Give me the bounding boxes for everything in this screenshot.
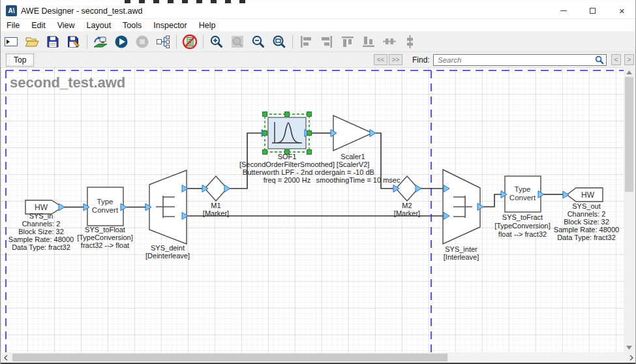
profiling-disabled-icon <box>182 34 198 50</box>
svg-text:SYS_deint: SYS_deint <box>151 244 185 252</box>
scroll-up-arrow[interactable] <box>624 67 635 77</box>
svg-text:freq = 2000 Hz: freq = 2000 Hz <box>264 176 310 184</box>
propagate-changes-button[interactable] <box>153 33 173 51</box>
history-back-button[interactable]: << <box>374 54 387 65</box>
menu-edit[interactable]: Edit <box>25 20 52 31</box>
output-pin[interactable] <box>224 185 230 192</box>
svg-text:Channels: 2: Channels: 2 <box>22 220 61 228</box>
page-prev-button[interactable]: < <box>611 54 621 65</box>
page-next-button[interactable]: > <box>624 54 634 65</box>
block-caption-sys-in: SYS_in Channels: 2 Block Size: 32 Sample… <box>8 212 74 251</box>
block-sys-toFract[interactable]: Type Convert <box>501 176 544 212</box>
minimize-icon <box>560 10 567 11</box>
svg-text:fract32 --> float: fract32 --> float <box>81 241 129 249</box>
menu-layout[interactable]: Layout <box>81 20 117 31</box>
block-label: HW <box>581 190 595 200</box>
vertical-scrollbar[interactable] <box>624 67 636 352</box>
title-bar[interactable]: A\ AWE Designer - second_test.awd × <box>1 3 636 19</box>
toolbar-separator <box>292 35 293 49</box>
svg-text:[ScalerV2]: [ScalerV2] <box>337 160 370 168</box>
svg-text:float --> fract32: float --> fract32 <box>498 230 547 238</box>
block-sys-toFloat[interactable]: Type Convert <box>83 187 127 226</box>
block-sof1[interactable] <box>262 112 312 155</box>
zoom-in-icon <box>209 34 224 50</box>
svg-text:SYS_in: SYS_in <box>29 212 53 220</box>
block-caption-sys-toFloat: SYS_toFloat [TypeConversion] fract32 -->… <box>77 226 133 249</box>
history-forward-button[interactable]: >> <box>389 54 402 65</box>
save-as-button[interactable] <box>64 33 83 51</box>
new-button[interactable] <box>1 33 21 51</box>
zoom-all-button[interactable] <box>269 33 289 51</box>
output-pin[interactable] <box>59 204 65 211</box>
menu-inspector[interactable]: Inspector <box>147 20 192 31</box>
toolbar-separator <box>203 35 204 49</box>
svg-text:Data Type: fract32: Data Type: fract32 <box>12 243 70 251</box>
design-canvas[interactable]: second_test.awd HW SYS_in <box>1 67 624 352</box>
block-m1[interactable] <box>202 176 230 201</box>
block-sys-out[interactable]: HW <box>563 188 603 202</box>
align-bottom-icon <box>361 34 376 50</box>
svg-text:gain = -10 dB: gain = -10 dB <box>331 168 374 176</box>
align-left-icon <box>298 34 314 50</box>
svg-text:[TypeConversion]: [TypeConversion] <box>494 222 551 230</box>
align-top-button[interactable] <box>338 33 357 51</box>
signal-flow-diagram: second_test.awd HW SYS_in <box>1 67 624 352</box>
svg-text:Channels: 2: Channels: 2 <box>568 210 606 218</box>
align-right-button[interactable] <box>317 33 337 51</box>
distribute-horizontal-button[interactable] <box>380 33 399 51</box>
svg-text:M2: M2 <box>402 202 412 209</box>
scroll-down-arrow[interactable] <box>624 342 635 352</box>
maximize-button[interactable] <box>578 3 607 18</box>
scroll-right-arrow[interactable] <box>626 352 636 363</box>
zoom-region-icon <box>230 34 245 50</box>
menu-file[interactable]: File <box>1 20 25 31</box>
profiling-disabled-button[interactable] <box>180 33 200 51</box>
align-bottom-button[interactable] <box>359 33 378 51</box>
menu-bar: File Edit View Layout Tools Inspector He… <box>1 19 636 31</box>
input-pin[interactable] <box>563 191 569 198</box>
svg-text:[SecondOrderFilterSmoothed]: [SecondOrderFilterSmoothed] <box>239 160 335 168</box>
horizontal-scrollbar[interactable] <box>1 352 636 363</box>
svg-text:[Deinterleave]: [Deinterleave] <box>145 252 190 260</box>
svg-text:Data Type: fract32: Data Type: fract32 <box>557 234 616 241</box>
canvas-title: second_test.awd <box>10 74 125 91</box>
zoom-all-icon <box>271 34 287 50</box>
block-sys-deint[interactable] <box>145 170 188 244</box>
stop-button[interactable] <box>132 33 152 51</box>
search-icon[interactable] <box>595 55 604 65</box>
horizontal-scroll-thumb[interactable] <box>12 354 447 361</box>
output-pin[interactable] <box>416 185 421 192</box>
block-caption-sys-deint: SYS_deint [Deinterleave] <box>145 244 190 260</box>
zoom-out-button[interactable] <box>249 33 268 51</box>
tab-bar: Top << >> Find: < > <box>1 52 636 67</box>
play-button[interactable] <box>112 33 131 51</box>
menu-view[interactable]: View <box>52 20 81 31</box>
output-pin[interactable] <box>370 130 376 137</box>
svg-text:Butterworth LPF - 2nd order: Butterworth LPF - 2nd order <box>243 168 332 176</box>
tab-top[interactable]: Top <box>6 53 34 67</box>
block-caption-sys-out: SYS_out Channels: 2 Block Size: 32 Sampl… <box>554 202 619 241</box>
menu-tools[interactable]: Tools <box>117 20 147 31</box>
wire-inter-toFract[interactable] <box>483 194 502 207</box>
menu-help[interactable]: Help <box>193 20 222 31</box>
align-left-button[interactable] <box>296 33 316 51</box>
search-input[interactable] <box>433 54 607 66</box>
close-button[interactable]: × <box>607 3 636 18</box>
build-and-run-button[interactable] <box>91 33 110 51</box>
distribute-vertical-icon <box>402 34 418 50</box>
zoom-region-button[interactable] <box>228 33 247 51</box>
scroll-left-arrow[interactable] <box>1 352 11 363</box>
vertical-scroll-thumb[interactable] <box>625 77 633 192</box>
distribute-vertical-button[interactable] <box>401 33 420 51</box>
block-sys-inter[interactable] <box>443 170 483 244</box>
svg-text:SYS_inter: SYS_inter <box>445 245 477 253</box>
save-button[interactable] <box>43 33 63 51</box>
block-scaler1[interactable] <box>331 115 376 151</box>
block-caption-m1: M1 [Marker] <box>203 202 229 217</box>
block-label: Type <box>515 185 531 193</box>
open-button[interactable] <box>22 33 42 51</box>
minimize-button[interactable] <box>549 3 578 18</box>
svg-text:[Interleave]: [Interleave] <box>444 253 479 261</box>
zoom-in-button[interactable] <box>207 33 226 51</box>
stop-icon <box>134 34 150 50</box>
